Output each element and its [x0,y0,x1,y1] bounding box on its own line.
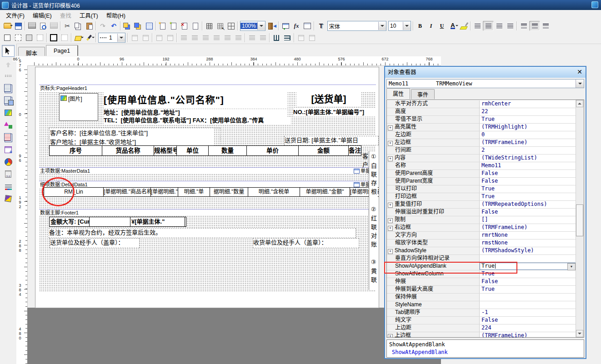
band-detail-data[interactable]: 细项数据:DetailData1 [39,181,376,188]
align-right-button[interactable] [494,21,505,31]
property-value[interactable]: -1 [480,309,576,316]
property-value[interactable]: (TRMFrameLine) [480,139,576,146]
amount-cell[interactable] [90,217,130,226]
property-row[interactable]: 高度 22 [387,108,576,116]
align-center-button[interactable] [483,21,494,31]
property-value[interactable]: rmrtNone [480,232,576,239]
property-row[interactable]: 上边框 (TRMFrameLine) [387,332,576,338]
picture-placeholder[interactable]: [图片] [59,93,98,121]
same-width-button[interactable] [271,33,282,43]
close-icon[interactable]: ✕ [576,68,584,76]
property-row[interactable]: 可以打印 True [387,185,576,193]
align-left-edges-button[interactable] [178,33,189,43]
menu-item[interactable]: 编辑(E) [29,10,56,20]
delete-page-button[interactable] [179,21,190,31]
property-value[interactable]: (TRMFrameLine) [480,332,576,338]
font-name-combo[interactable]: 宋体 [327,21,386,31]
property-value[interactable]: (TRMShadowStyle) [480,247,576,254]
frame-boxes-button[interactable] [2,33,13,43]
center-horizontal-button[interactable] [246,33,257,43]
frame-grid-button[interactable] [13,33,24,43]
controls-tool-button[interactable] [2,193,14,204]
property-grid-scrollbar[interactable] [576,100,584,337]
customer-name-memo[interactable]: 客户名称：[往来单位信息."往来单位"] [50,129,214,138]
valign-middle-button[interactable] [529,21,540,31]
property-row[interactable]: 伸展溢出时重复打印 False [387,209,576,216]
band-footer[interactable]: 数据主脚:Footer1 [39,209,376,216]
column-header-cell[interactable]: 单位 [177,146,209,155]
detail-field-cell[interactable]: [单据明细."商品名称 [104,188,151,196]
delivery-date-memo[interactable]: 送货日期: [单据主体."单据日 [284,136,379,145]
object-selector-combo[interactable]: Memo11 TRMMemoView [386,79,584,88]
column-header-cell[interactable]: 货品名称 [102,146,154,155]
detail-field-cell[interactable]: 明细."含税单 [248,188,300,196]
property-row[interactable]: 打印边框 True [387,193,576,201]
valign-top-button[interactable] [518,21,529,31]
align-bottoms-button[interactable] [233,33,244,43]
property-value[interactable]: 224 [480,324,576,332]
font-size-combo[interactable]: 10 [388,21,411,31]
data-fields-button[interactable] [280,21,291,31]
highlight-color-button[interactable] [458,21,469,31]
font-color-button[interactable] [447,21,458,31]
property-row[interactable]: StyleName [387,301,576,309]
save-button[interactable] [13,21,24,31]
band-master-data[interactable]: 主项数据:MasterData1 [39,167,376,174]
scroll-up-icon[interactable] [576,100,583,107]
property-row[interactable]: 保持伸展 [387,294,576,301]
detail-field-cell[interactable]: 明细."单 [178,188,210,196]
dashed-section-tool-button[interactable] [2,70,14,81]
print-button[interactable] [26,21,37,31]
chevron-down-icon[interactable] [576,80,584,88]
column-header-cell[interactable]: 序号 [50,146,102,155]
page-tab[interactable]: Page1 [46,45,78,56]
property-row[interactable]: 内容 (TWideStringList) [387,155,576,162]
property-row[interactable]: 重复值打印 (TRMRepeatedOptions) [387,201,576,209]
menu-item[interactable]: 工具(T) [75,10,102,20]
property-value[interactable]: (TRMRepeatedOptions) [480,201,576,208]
receiver-sign-memo[interactable]: 收货单位及经手人（盖章）： [253,238,359,248]
property-value[interactable] [480,301,576,309]
chevron-down-icon[interactable] [378,22,386,30]
property-value[interactable]: True [480,193,576,200]
scroll-down-icon[interactable] [576,330,583,337]
picture-tool-button[interactable] [2,107,14,118]
property-value[interactable] [480,294,576,301]
copy-button[interactable] [73,21,84,31]
property-value[interactable]: (TRMHighlight) [480,124,576,131]
nudge-down-button[interactable] [306,33,317,43]
amount-cell[interactable] [185,217,186,226]
property-value[interactable]: True [480,185,576,193]
property-row[interactable]: 零值不显示 True [387,116,576,124]
property-value[interactable]: False [480,170,576,177]
property-row[interactable]: 缩放字体类型 rmstNone [387,239,576,247]
subreport-tool-button[interactable] [2,144,14,155]
snap-to-grid-button[interactable] [215,21,225,31]
property-value[interactable]: False [480,278,576,285]
print-setup-button[interactable] [48,21,59,31]
property-value[interactable]: [] [480,216,576,224]
copies-vertical-memo[interactable]: ①白联存根 ②红联对账 ③黄联客户 [369,151,378,290]
nudge-up-button[interactable] [295,33,306,43]
align-h-centers-button[interactable] [189,33,200,43]
open-button[interactable] [2,21,13,31]
scrollbar-thumb[interactable] [576,204,583,236]
expression-button[interactable] [291,21,302,31]
property-row[interactable]: 高亮属性 (TRMHighlight) [387,124,576,131]
chart-tool-button[interactable] [2,156,14,167]
property-value[interactable]: True [480,116,576,123]
new-report-button[interactable] [157,21,168,31]
exit-designer-button[interactable] [266,21,277,31]
align-tops-button[interactable] [211,33,222,43]
show-grid-button[interactable] [204,21,215,31]
zoom-combo[interactable]: 100% [240,21,265,31]
report-page[interactable]: 页标头:PageHeader1 [图片] [使用单位信息."公司名称"] 地址：… [35,67,379,308]
frame-plain-button[interactable] [35,33,45,43]
property-row[interactable]: 使用Parent宽度 False [387,178,576,185]
paste-button[interactable] [84,21,95,31]
property-row[interactable]: 名称 Memo11 [387,162,576,170]
property-value[interactable]: False [480,209,576,216]
memo-tool-button[interactable] [2,83,14,94]
chevron-down-icon[interactable] [403,22,411,30]
property-value[interactable]: False [480,178,576,185]
